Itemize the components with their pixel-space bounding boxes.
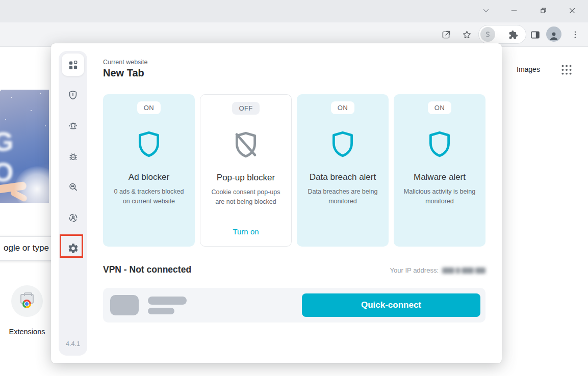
vpn-panel: Quick-connect (103, 288, 485, 323)
google-doodle-image[interactable]: G O (0, 90, 49, 203)
site-title: New Tab (103, 67, 144, 79)
settings-gear-icon (67, 243, 79, 254)
status-badge: ON (331, 101, 354, 114)
close-button[interactable] (564, 3, 580, 18)
card-description: Data breaches are being monitored (297, 187, 389, 206)
sidebar-item-dashboard[interactable] (62, 53, 84, 76)
shield-on-icon (394, 130, 485, 159)
profile-avatar[interactable] (546, 26, 561, 42)
card-title: Ad blocker (103, 172, 195, 182)
extension-popup: 4.4.1 Current website New Tab ON Ad bloc… (51, 43, 502, 363)
card-title: Data breach alert (297, 172, 389, 182)
minimize-button[interactable] (506, 3, 522, 18)
current-website-label: Current website (103, 59, 148, 66)
tab-search-chevron-icon[interactable] (478, 3, 494, 18)
window-titlebar (0, 0, 588, 22)
turn-on-link[interactable]: Turn on (200, 227, 291, 236)
images-link[interactable]: Images (517, 65, 540, 73)
vpn-text-skeleton (148, 308, 174, 314)
extensions-shortcut-label: Extensions (9, 328, 45, 336)
vpn-text-skeleton (148, 297, 187, 305)
side-panel-icon[interactable] (529, 29, 541, 41)
shield-on-icon (297, 130, 389, 159)
extensions-shortcut[interactable]: Extensions (7, 285, 47, 336)
sidebar-item-shield[interactable] (62, 84, 84, 106)
card-description: 0 ads & trackers blocked on current webs… (103, 187, 195, 206)
shield-icon (67, 90, 79, 101)
account-icon (67, 212, 79, 224)
extensions-pill (478, 25, 526, 44)
card-description: Malicious activity is being monitored (394, 187, 485, 206)
share-icon[interactable] (440, 29, 452, 41)
extensions-chrome-icon (19, 294, 35, 308)
shield-on-icon (103, 130, 195, 159)
search-scan-icon (67, 181, 79, 193)
extensions-shortcut-circle (11, 285, 43, 317)
feature-card-ad-blocker[interactable]: ON Ad blocker 0 ads & trackers blocked o… (103, 94, 195, 247)
feature-card-data-breach-alert[interactable]: ON Data breach alert Data breaches are b… (297, 94, 389, 247)
ip-address-redacted (442, 267, 485, 274)
status-badge: ON (428, 101, 451, 114)
malware-bug-icon (67, 151, 79, 163)
search-placeholder-text: ogle or type (4, 243, 49, 253)
feature-card-malware-alert[interactable]: ON Malware alert Malicious activity is b… (394, 94, 485, 247)
extension-version: 4.4.1 (59, 340, 87, 347)
dashboard-grid-icon (67, 59, 79, 71)
card-description: Cookie consent pop-ups are not being blo… (200, 187, 291, 207)
popup-sidebar: 4.4.1 (59, 51, 87, 356)
popup-main: Current website New Tab ON Ad blocker 0 … (103, 43, 485, 363)
vpn-location-skeleton (110, 295, 139, 315)
feature-card-popup-blocker[interactable]: OFF Pop-up blocker Cookie consent pop-up… (200, 94, 292, 247)
bookmark-star-icon[interactable] (461, 29, 473, 41)
doodle-stars (0, 90, 1, 91)
status-badge: OFF (232, 102, 259, 115)
sidebar-item-breach-alert[interactable] (62, 115, 84, 137)
ip-address-label: Your IP address: (390, 266, 439, 274)
extensions-puzzle-icon[interactable] (507, 29, 519, 40)
card-title: Malware alert (394, 172, 485, 182)
sidebar-item-settings[interactable] (62, 237, 84, 259)
ip-address-row: Your IP address: (390, 266, 485, 274)
status-badge: ON (137, 101, 161, 114)
menu-kebab-icon[interactable] (569, 29, 581, 41)
card-title: Pop-up blocker (200, 173, 291, 183)
vpn-status-title: VPN - Not connected (103, 264, 191, 275)
quick-connect-button[interactable]: Quick-connect (302, 293, 480, 317)
sidebar-item-account[interactable] (62, 206, 84, 229)
restore-button[interactable] (535, 3, 551, 18)
browser-window: G O ail Images ogle or type Extensions (0, 0, 588, 376)
sidebar-item-malware[interactable] (62, 145, 84, 168)
shield-off-icon (200, 131, 291, 159)
breach-alert-icon (67, 120, 79, 132)
surfshark-extension-icon[interactable] (480, 27, 495, 42)
google-apps-grid-icon[interactable] (560, 63, 573, 76)
feature-cards: ON Ad blocker 0 ads & trackers blocked o… (103, 94, 485, 247)
sidebar-item-search-scan[interactable] (62, 176, 84, 198)
